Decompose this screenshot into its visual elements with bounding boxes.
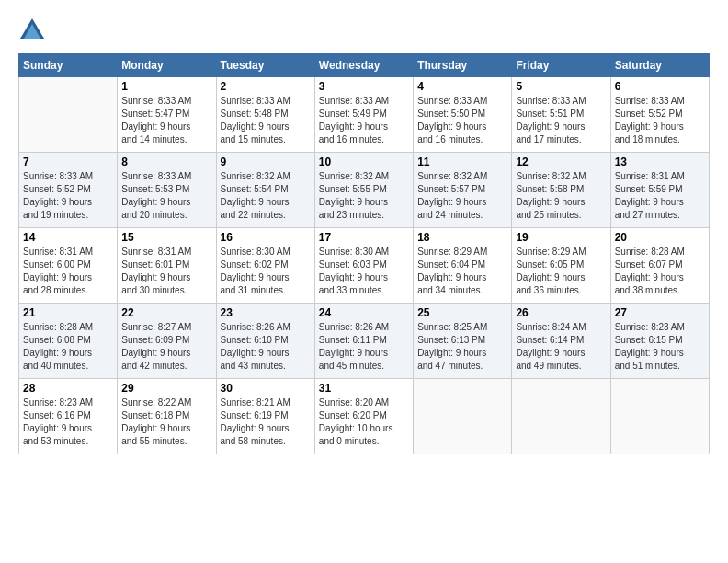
day-info: Sunrise: 8:32 AM Sunset: 5:58 PM Dayligh… (516, 170, 606, 222)
calendar-cell: 26Sunrise: 8:24 AM Sunset: 6:14 PM Dayli… (512, 304, 610, 379)
day-number: 23 (221, 306, 311, 319)
day-info: Sunrise: 8:21 AM Sunset: 6:19 PM Dayligh… (221, 396, 311, 448)
day-info: Sunrise: 8:33 AM Sunset: 5:47 PM Dayligh… (121, 95, 211, 146)
day-info: Sunrise: 8:24 AM Sunset: 6:14 PM Dayligh… (516, 321, 606, 373)
day-info: Sunrise: 8:30 AM Sunset: 6:02 PM Dayligh… (221, 246, 311, 297)
weekday-header-tuesday: Tuesday (216, 54, 314, 77)
week-row-1: 1Sunrise: 8:33 AM Sunset: 5:47 PM Daylig… (19, 77, 710, 153)
day-info: Sunrise: 8:26 AM Sunset: 6:11 PM Dayligh… (319, 321, 409, 373)
day-number: 7 (23, 155, 113, 168)
day-number: 29 (121, 382, 211, 395)
day-info: Sunrise: 8:25 AM Sunset: 6:13 PM Dayligh… (417, 321, 507, 373)
day-number: 28 (23, 382, 113, 395)
day-number: 19 (516, 231, 606, 244)
calendar-cell: 24Sunrise: 8:26 AM Sunset: 6:11 PM Dayli… (314, 304, 413, 379)
day-info: Sunrise: 8:20 AM Sunset: 6:20 PM Dayligh… (319, 396, 409, 448)
day-info: Sunrise: 8:22 AM Sunset: 6:18 PM Dayligh… (121, 396, 211, 448)
calendar-cell: 2Sunrise: 8:33 AM Sunset: 5:48 PM Daylig… (216, 77, 314, 153)
day-info: Sunrise: 8:32 AM Sunset: 5:54 PM Dayligh… (221, 170, 311, 222)
week-row-5: 28Sunrise: 8:23 AM Sunset: 6:16 PM Dayli… (19, 379, 710, 454)
calendar-cell: 7Sunrise: 8:33 AM Sunset: 5:52 PM Daylig… (19, 153, 118, 228)
day-number: 25 (417, 306, 507, 319)
day-info: Sunrise: 8:33 AM Sunset: 5:52 PM Dayligh… (23, 170, 113, 222)
calendar-cell: 28Sunrise: 8:23 AM Sunset: 6:16 PM Dayli… (19, 379, 118, 454)
calendar-cell: 16Sunrise: 8:30 AM Sunset: 6:02 PM Dayli… (216, 228, 314, 304)
calendar-cell: 19Sunrise: 8:29 AM Sunset: 6:05 PM Dayli… (512, 228, 610, 304)
calendar-cell: 22Sunrise: 8:27 AM Sunset: 6:09 PM Dayli… (118, 304, 216, 379)
calendar-table: SundayMondayTuesdayWednesdayThursdayFrid… (18, 53, 710, 454)
day-info: Sunrise: 8:33 AM Sunset: 5:50 PM Dayligh… (417, 95, 507, 146)
day-number: 9 (221, 155, 311, 168)
weekday-header-monday: Monday (118, 54, 216, 77)
calendar-cell: 17Sunrise: 8:30 AM Sunset: 6:03 PM Dayli… (314, 228, 413, 304)
week-row-4: 21Sunrise: 8:28 AM Sunset: 6:08 PM Dayli… (19, 304, 710, 379)
calendar-cell: 14Sunrise: 8:31 AM Sunset: 6:00 PM Dayli… (19, 228, 118, 304)
calendar-cell: 13Sunrise: 8:31 AM Sunset: 5:59 PM Dayli… (610, 153, 709, 228)
day-number: 26 (516, 306, 606, 319)
day-info: Sunrise: 8:23 AM Sunset: 6:15 PM Dayligh… (615, 321, 705, 373)
day-info: Sunrise: 8:32 AM Sunset: 5:57 PM Dayligh… (417, 170, 507, 222)
calendar-cell: 30Sunrise: 8:21 AM Sunset: 6:19 PM Dayli… (216, 379, 314, 454)
day-info: Sunrise: 8:33 AM Sunset: 5:48 PM Dayligh… (221, 95, 311, 146)
day-number: 1 (121, 80, 211, 93)
week-row-3: 14Sunrise: 8:31 AM Sunset: 6:00 PM Dayli… (19, 228, 710, 304)
day-number: 30 (221, 382, 311, 395)
calendar-cell: 9Sunrise: 8:32 AM Sunset: 5:54 PM Daylig… (216, 153, 314, 228)
day-info: Sunrise: 8:27 AM Sunset: 6:09 PM Dayligh… (121, 321, 211, 373)
day-info: Sunrise: 8:31 AM Sunset: 6:00 PM Dayligh… (23, 246, 113, 297)
calendar-cell: 23Sunrise: 8:26 AM Sunset: 6:10 PM Dayli… (216, 304, 314, 379)
calendar-cell: 4Sunrise: 8:33 AM Sunset: 5:50 PM Daylig… (414, 77, 512, 153)
page: SundayMondayTuesdayWednesdayThursdayFrid… (0, 0, 728, 464)
day-info: Sunrise: 8:33 AM Sunset: 5:52 PM Dayligh… (615, 95, 705, 146)
day-number: 8 (121, 155, 211, 168)
day-info: Sunrise: 8:33 AM Sunset: 5:53 PM Dayligh… (121, 170, 211, 222)
calendar-cell: 3Sunrise: 8:33 AM Sunset: 5:49 PM Daylig… (314, 77, 413, 153)
day-number: 16 (221, 231, 311, 244)
calendar-cell: 11Sunrise: 8:32 AM Sunset: 5:57 PM Dayli… (414, 153, 512, 228)
calendar-cell (414, 379, 512, 454)
day-info: Sunrise: 8:32 AM Sunset: 5:55 PM Dayligh… (319, 170, 409, 222)
day-number: 12 (516, 155, 606, 168)
day-number: 4 (417, 80, 507, 93)
day-number: 20 (615, 231, 705, 244)
day-number: 13 (615, 155, 705, 168)
calendar-cell: 15Sunrise: 8:31 AM Sunset: 6:01 PM Dayli… (118, 228, 216, 304)
calendar-cell (512, 379, 610, 454)
calendar-cell: 12Sunrise: 8:32 AM Sunset: 5:58 PM Dayli… (512, 153, 610, 228)
calendar-cell (19, 77, 118, 153)
day-number: 24 (319, 306, 409, 319)
day-number: 22 (121, 306, 211, 319)
day-number: 14 (23, 231, 113, 244)
day-info: Sunrise: 8:30 AM Sunset: 6:03 PM Dayligh… (319, 246, 409, 297)
calendar-cell: 1Sunrise: 8:33 AM Sunset: 5:47 PM Daylig… (118, 77, 216, 153)
day-info: Sunrise: 8:29 AM Sunset: 6:04 PM Dayligh… (417, 246, 507, 297)
day-info: Sunrise: 8:28 AM Sunset: 6:07 PM Dayligh… (615, 246, 705, 297)
day-number: 3 (319, 80, 409, 93)
week-row-2: 7Sunrise: 8:33 AM Sunset: 5:52 PM Daylig… (19, 153, 710, 228)
calendar-cell: 6Sunrise: 8:33 AM Sunset: 5:52 PM Daylig… (610, 77, 709, 153)
day-number: 15 (121, 231, 211, 244)
calendar-cell: 29Sunrise: 8:22 AM Sunset: 6:18 PM Dayli… (118, 379, 216, 454)
day-number: 31 (319, 382, 409, 395)
day-number: 5 (516, 80, 606, 93)
calendar-cell: 25Sunrise: 8:25 AM Sunset: 6:13 PM Dayli… (414, 304, 512, 379)
logo (18, 17, 50, 44)
day-number: 21 (23, 306, 113, 319)
day-info: Sunrise: 8:26 AM Sunset: 6:10 PM Dayligh… (221, 321, 311, 373)
calendar-cell: 5Sunrise: 8:33 AM Sunset: 5:51 PM Daylig… (512, 77, 610, 153)
day-number: 17 (319, 231, 409, 244)
weekday-header-thursday: Thursday (414, 54, 512, 77)
day-info: Sunrise: 8:29 AM Sunset: 6:05 PM Dayligh… (516, 246, 606, 297)
calendar-cell: 20Sunrise: 8:28 AM Sunset: 6:07 PM Dayli… (610, 228, 709, 304)
day-number: 10 (319, 155, 409, 168)
weekday-header-friday: Friday (512, 54, 610, 77)
header (18, 17, 710, 44)
logo-icon (18, 17, 46, 44)
weekday-header-row: SundayMondayTuesdayWednesdayThursdayFrid… (19, 54, 710, 77)
weekday-header-sunday: Sunday (19, 54, 118, 77)
calendar-cell: 31Sunrise: 8:20 AM Sunset: 6:20 PM Dayli… (314, 379, 413, 454)
day-number: 6 (615, 80, 705, 93)
day-info: Sunrise: 8:31 AM Sunset: 5:59 PM Dayligh… (615, 170, 705, 222)
day-info: Sunrise: 8:28 AM Sunset: 6:08 PM Dayligh… (23, 321, 113, 373)
day-number: 18 (417, 231, 507, 244)
